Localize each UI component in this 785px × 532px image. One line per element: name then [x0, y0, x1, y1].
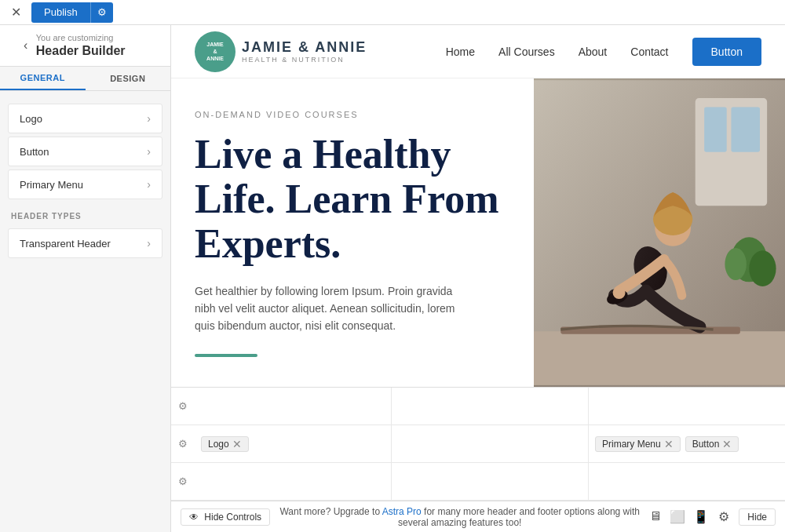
bottom-right: 🖥 ⬜ 📱 ⚙ Hide	[649, 508, 776, 526]
builder-row-3: ⚙	[171, 463, 785, 501]
hero-eyebrow: ON-DEMAND VIDEO COURSES	[195, 110, 510, 119]
chevron-right-icon: ›	[147, 178, 151, 191]
brand-sub: HEALTH & NUTRITION	[242, 56, 367, 64]
hero-content: ON-DEMAND VIDEO COURSES Live a Healthy L…	[171, 78, 534, 387]
close-button[interactable]: ✕	[6, 3, 25, 22]
brand-text: JAMIE & ANNIE HEALTH & NUTRITION	[242, 39, 367, 64]
chevron-right-icon: ›	[147, 112, 151, 125]
preview-nav: JAMIE&ANNIE JAMIE & ANNIE HEALTH & NUTRI…	[171, 25, 785, 78]
desktop-icon[interactable]: 🖥	[649, 509, 662, 524]
main-layout: ‹ You are customizing Header Builder GEN…	[0, 25, 785, 532]
row-col-2-1: Logo ✕	[195, 425, 392, 462]
tag-remove-logo[interactable]: ✕	[232, 439, 242, 450]
publish-settings-button[interactable]: ⚙	[90, 2, 113, 23]
row-col-3-2	[392, 463, 589, 500]
bottom-bar: 👁 Hide Controls Want more? Upgrade to As…	[171, 501, 785, 532]
bottom-center: Want more? Upgrade to Astra Pro for many…	[270, 506, 649, 528]
hide-button[interactable]: Hide	[739, 508, 776, 526]
svg-point-5	[749, 250, 776, 286]
brand-name: JAMIE & ANNIE	[242, 39, 367, 56]
logo-text: JAMIE&ANNIE	[206, 41, 224, 62]
builder-tag-primary-menu: Primary Menu ✕	[595, 436, 681, 452]
top-bar: ✕ Publish ⚙	[0, 0, 785, 25]
settings-icon-button[interactable]: ⚙	[718, 509, 729, 524]
builder-row-1: ⚙	[171, 388, 785, 425]
tag-remove-button[interactable]: ✕	[722, 439, 732, 450]
sidebar-item-button[interactable]: Button ›	[8, 137, 162, 166]
device-icons: 🖥 ⬜ 📱	[649, 509, 709, 524]
nav-link-home[interactable]: Home	[446, 46, 475, 58]
tag-remove-primary-menu[interactable]: ✕	[664, 439, 674, 450]
row-2-wrapper: ⚙ Logo ✕ Primary Menu ✕	[171, 425, 785, 463]
hero-section: ON-DEMAND VIDEO COURSES Live a Healthy L…	[171, 78, 785, 387]
section-label-header-types: HEADER TYPES	[0, 202, 170, 225]
hide-controls-icon: 👁	[189, 512, 199, 523]
hero-image-placeholder	[534, 78, 785, 387]
tab-general[interactable]: GENERAL	[0, 67, 86, 90]
sidebar-item-logo[interactable]: Logo ›	[8, 104, 162, 133]
chevron-right-icon: ›	[147, 237, 151, 250]
hero-title: Live a Healthy Life. Learn From Experts.	[195, 132, 510, 267]
hero-image	[534, 78, 785, 387]
publish-button[interactable]: Publish	[31, 2, 90, 23]
row-col-2-3: Primary Menu ✕ Button ✕	[589, 425, 785, 462]
sidebar-item-transparent-header[interactable]: Transparent Header ›	[8, 228, 162, 258]
sidebar-title: Header Builder	[36, 44, 126, 58]
tab-design[interactable]: DESIGN	[86, 67, 171, 90]
builder-row-2: ⚙ Logo ✕ Primary Menu ✕	[171, 425, 785, 463]
row-col-2-2	[392, 425, 589, 462]
row-settings-1[interactable]: ⚙	[171, 400, 195, 412]
sidebar-item-label: Transparent Header	[20, 238, 111, 250]
tag-label-button: Button	[692, 439, 720, 450]
tablet-icon[interactable]: ⬜	[670, 509, 685, 524]
row-col-1-1	[195, 388, 392, 425]
nav-button[interactable]: Button	[692, 38, 761, 66]
builder-tag-button: Button ✕	[685, 436, 739, 452]
sidebar-subtitle: You are customizing	[36, 33, 126, 42]
nav-link-contact[interactable]: Contact	[630, 46, 668, 58]
gear-icon: ⚙	[97, 6, 107, 18]
row-settings-3[interactable]: ⚙	[171, 476, 195, 487]
sidebar-item-label: Button	[20, 146, 49, 158]
sidebar-item-label: Logo	[20, 113, 42, 125]
upgrade-text: Want more? Upgrade to	[279, 506, 380, 517]
sidebar-item-primary-menu[interactable]: Primary Menu ›	[8, 169, 162, 199]
row-col-1-2	[392, 388, 589, 425]
nav-link-all-courses[interactable]: All Courses	[498, 46, 555, 58]
logo-circle: JAMIE&ANNIE	[195, 31, 236, 72]
brand-logo: JAMIE&ANNIE JAMIE & ANNIE HEALTH & NUTRI…	[195, 31, 367, 72]
close-icon: ✕	[11, 5, 21, 20]
sidebar-items: Logo › Button › Primary Menu › HEADER TY…	[0, 91, 170, 271]
sidebar-header: ‹ You are customizing Header Builder	[0, 25, 170, 67]
hero-description: Get healthier by following lorem Ipsum. …	[195, 282, 469, 335]
sidebar: ‹ You are customizing Header Builder GEN…	[0, 25, 171, 532]
nav-link-about[interactable]: About	[579, 46, 608, 58]
publish-group: Publish ⚙	[31, 2, 113, 23]
hide-controls-button[interactable]: 👁 Hide Controls	[181, 508, 270, 526]
upgrade-suffix: for many more header and footer options …	[398, 506, 640, 528]
tag-label-primary-menu: Primary Menu	[602, 439, 661, 450]
builder-tag-logo: Logo ✕	[201, 436, 249, 452]
tag-label-logo: Logo	[208, 439, 229, 450]
hero-cta-bar	[195, 354, 257, 357]
sidebar-item-label: Primary Menu	[20, 179, 83, 191]
svg-rect-3	[731, 107, 760, 152]
upgrade-link[interactable]: Astra Pro	[382, 506, 422, 517]
hide-controls-label: Hide Controls	[204, 512, 261, 523]
row-col-1-3	[589, 388, 785, 425]
svg-rect-2	[704, 107, 727, 152]
top-bar-left: ✕ Publish ⚙	[6, 2, 113, 23]
mobile-icon[interactable]: 📱	[693, 509, 709, 524]
sidebar-tabs: GENERAL DESIGN	[0, 67, 170, 91]
back-button[interactable]: ‹	[24, 38, 27, 53]
bottom-left: 👁 Hide Controls	[181, 508, 270, 526]
builder-bottom: ⚙ ⚙ Logo ✕	[171, 387, 785, 501]
yoga-illustration	[534, 78, 785, 387]
nav-links: Home All Courses About Contact Button	[446, 38, 761, 66]
row-col-3-3	[589, 463, 785, 500]
preview-area: JAMIE&ANNIE JAMIE & ANNIE HEALTH & NUTRI…	[171, 25, 785, 532]
svg-point-13	[613, 286, 626, 299]
svg-rect-7	[534, 331, 785, 385]
row-settings-2[interactable]: ⚙	[171, 438, 195, 450]
row-col-3-1	[195, 463, 392, 500]
